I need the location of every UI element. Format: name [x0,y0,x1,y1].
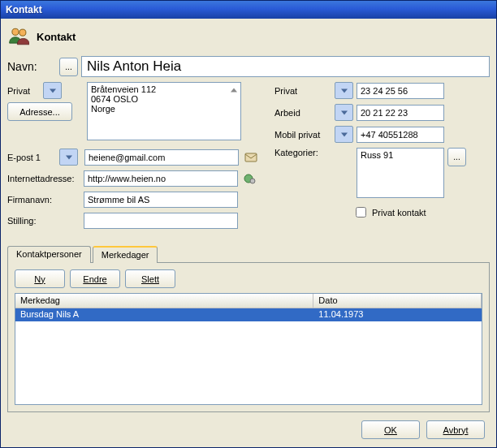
table-row[interactable]: Bursdag Nils A 11.04.1973 [15,308,482,321]
avbryt-button[interactable]: Avbryt [426,420,485,439]
svg-point-4 [250,179,255,183]
right-column: Privat Arbeid Mobil privat Kategorier: [274,82,490,234]
tab-button-row: Ny Endre Slett [15,269,482,288]
merkedager-grid[interactable]: Merkedag Dato Bursdag Nils A 11.04.1973 [15,293,482,405]
phone-mobil-input[interactable] [357,127,444,143]
col-header-merkedag[interactable]: Merkedag [15,294,313,308]
ok-button[interactable]: OK [361,420,420,439]
firma-input[interactable] [84,192,238,208]
phone-mobil-label: Mobil privat [274,130,331,140]
people-icon [7,25,30,48]
page-title: Kontakt [37,31,76,43]
left-column: Privat Adresse... [7,82,260,234]
phone-privat-input[interactable] [357,83,444,99]
phone-privat-dropdown[interactable] [335,82,353,99]
stilling-input[interactable] [84,213,238,229]
cell-dato: 11.04.1973 [313,308,482,321]
kategorier-textarea[interactable] [357,148,444,198]
name-input[interactable] [81,56,490,77]
address-scroll-up-icon[interactable] [227,84,240,96]
name-label: Navn: [7,60,56,73]
email-icon[interactable] [242,149,260,166]
tab-panel-merkedager: Ny Endre Slett Merkedag Dato Bursdag Nil… [7,263,490,412]
epost1-input[interactable] [84,149,239,166]
tab-kontaktpersoner[interactable]: Kontaktpersoner [7,246,91,263]
name-row: Navn: ... [7,56,490,77]
adresse-button[interactable]: Adresse... [7,102,72,121]
globe-link-icon[interactable] [241,170,259,187]
phone-arbeid-dropdown[interactable] [335,104,353,121]
stilling-label: Stilling: [7,216,80,226]
kontakt-window: Kontakt Kontakt Navn: ... [0,0,497,448]
endre-button[interactable]: Endre [70,269,120,288]
kategorier-more-button[interactable]: ... [447,148,466,166]
privat-kontakt-label: Privat kontakt [372,208,426,218]
footer-buttons: OK Avbryt [7,412,490,441]
privat-addr-dropdown[interactable] [43,82,62,99]
privat-kontakt-checkbox[interactable] [356,207,366,218]
ny-button[interactable]: Ny [15,269,65,288]
firma-label: Firmanavn: [7,195,80,205]
header-row: Kontakt [7,25,490,48]
name-more-button[interactable]: ... [59,58,78,76]
tab-strip: Kontaktpersoner Merkedager [7,245,490,263]
content-area: Kontakt Navn: ... Privat [1,19,496,447]
epost1-dropdown[interactable] [59,149,78,166]
phone-mobil-dropdown[interactable] [335,126,353,143]
titlebar: Kontakt [1,1,496,19]
phone-arbeid-label: Arbeid [274,108,331,118]
columns: Privat Adresse... [7,82,490,234]
svg-point-0 [12,28,19,35]
tab-merkedager[interactable]: Merkedager [93,246,158,263]
address-textarea[interactable] [87,82,241,140]
svg-rect-2 [245,153,257,162]
window-title: Kontakt [6,4,42,15]
internett-input[interactable] [84,170,238,187]
internett-label: Internettadresse: [7,174,80,183]
cell-merkedag: Bursdag Nils A [15,308,313,321]
slett-button[interactable]: Slett [125,269,175,288]
kategorier-label: Kategorier: [274,148,331,157]
phone-arbeid-input[interactable] [357,105,444,121]
grid-header[interactable]: Merkedag Dato [15,294,482,308]
col-header-dato[interactable]: Dato [313,294,482,308]
phone-privat-label: Privat [274,86,331,96]
epost1-label: E-post 1 [7,153,56,162]
privat-addr-label: Privat [7,86,40,96]
svg-point-1 [19,29,26,36]
